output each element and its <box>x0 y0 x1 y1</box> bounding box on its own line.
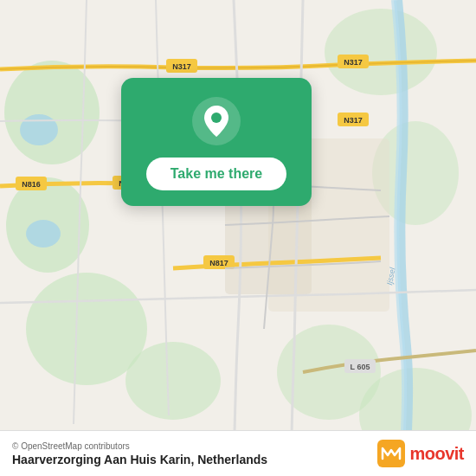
svg-point-4 <box>125 342 221 420</box>
moovit-logo-icon <box>377 440 405 467</box>
map-svg: N317 N317 N317 N816 N816 N817 L 605 <box>0 0 476 476</box>
moovit-text: moovit <box>409 444 464 464</box>
location-pin-icon <box>192 97 241 145</box>
moovit-logo: moovit <box>377 440 464 467</box>
svg-text:N317: N317 <box>344 116 363 125</box>
svg-point-5 <box>325 9 437 95</box>
svg-text:N317: N317 <box>344 58 363 67</box>
osm-attribution: © OpenStreetMap contributors <box>12 441 267 451</box>
svg-text:N816: N816 <box>22 180 41 189</box>
map-container: N317 N317 N317 N816 N816 N817 L 605 <box>0 0 476 476</box>
svg-point-1 <box>4 61 100 164</box>
location-name: Haarverzorging Aan Huis Karin, Netherlan… <box>12 453 267 466</box>
svg-point-10 <box>26 220 61 248</box>
take-me-there-button[interactable]: Take me there <box>146 158 286 190</box>
svg-text:L 605: L 605 <box>351 363 370 371</box>
svg-point-9 <box>20 114 58 145</box>
svg-point-29 <box>211 113 222 123</box>
bottom-bar: © OpenStreetMap contributors Haarverzorg… <box>0 430 476 476</box>
navigation-card: Take me there <box>121 78 312 206</box>
svg-text:N817: N817 <box>209 259 228 267</box>
svg-text:N317: N317 <box>172 62 191 71</box>
bottom-info: © OpenStreetMap contributors Haarverzorg… <box>12 441 267 466</box>
